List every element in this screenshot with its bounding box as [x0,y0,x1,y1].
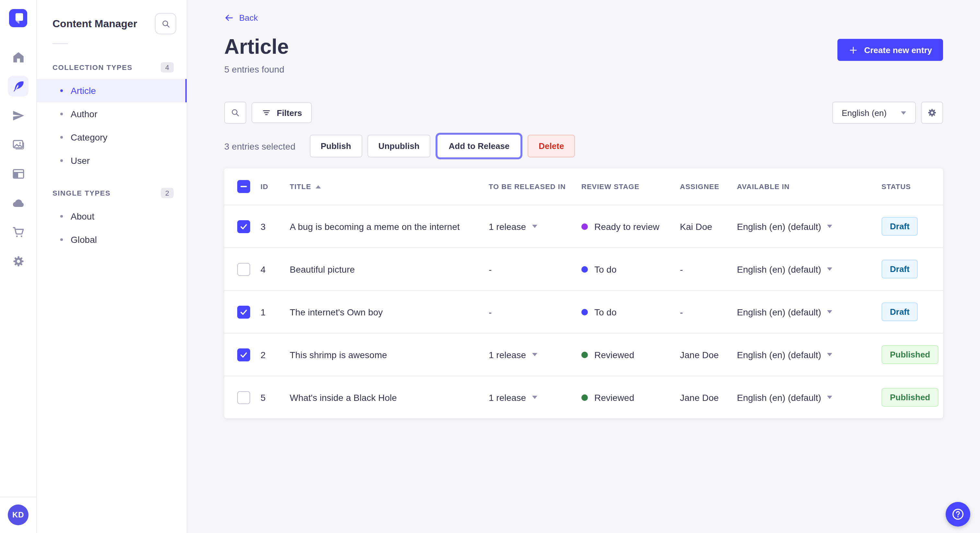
back-link[interactable]: Back [224,13,258,23]
bullet-icon [60,238,63,241]
row-checkbox[interactable] [237,391,250,404]
sidebar-item-user[interactable]: User [37,149,187,172]
sidebar: Content Manager COLLECTION TYPES 4 Artic… [37,0,187,533]
sidebar-section-header: COLLECTION TYPES 4 [37,56,187,79]
row-release-dropdown[interactable]: 1 release [489,392,581,403]
add-to-release-button[interactable]: Add to Release [438,135,520,157]
row-assignee: Kai Doe [680,221,737,232]
chevron-down-icon [532,225,537,228]
avatar[interactable]: KD [8,504,29,525]
row-assignee: Jane Doe [680,349,737,360]
filters-button[interactable]: Filters [251,102,312,123]
publish-button[interactable]: Publish [310,135,362,157]
feather-icon[interactable] [8,76,29,97]
question-mark-icon [951,507,965,521]
row-title: The internet's Own boy [290,307,489,317]
chevron-down-icon [532,353,537,356]
chevron-down-icon [827,396,832,399]
locale-select[interactable]: English (en) [832,102,916,124]
row-checkbox[interactable] [237,305,250,318]
sidebar-item-about[interactable]: About [37,205,187,228]
sidebar-item-author[interactable]: Author [37,102,187,125]
chevron-down-icon [827,353,832,356]
sort-asc-icon [316,185,321,188]
filter-icon [261,108,272,118]
search-entries-button[interactable] [224,102,246,124]
table-row: 3 A bug is becoming a meme on the intern… [224,205,943,247]
stage-dot-icon [581,266,588,272]
stage-dot-icon [581,309,588,315]
create-new-entry-button[interactable]: Create new entry [837,39,943,61]
sidebar-item-global[interactable]: Global [37,228,187,251]
chevron-down-icon [901,111,906,114]
table-body: 3 A bug is becoming a meme on the intern… [224,205,943,418]
row-release-dropdown[interactable]: - [489,307,581,317]
unpublish-button[interactable]: Unpublish [367,135,430,157]
section-count-badge: 2 [161,188,174,198]
stage-dot-icon [581,223,588,230]
row-review-stage: To do [581,307,680,317]
nav-rail-items [8,47,29,271]
paper-plane-icon[interactable] [8,105,29,125]
column-header-status: STATUS [881,182,930,190]
chevron-down-icon [827,310,832,314]
stage-dot-icon [581,394,588,401]
table-row: 1 The internet's Own boy - To do - Engli… [224,290,943,333]
row-locale-dropdown[interactable]: English (en) (default) [737,392,881,403]
bullet-icon [60,136,63,139]
app-root: KD Content Manager COLLECTION TYPES 4 Ar… [0,0,980,533]
row-review-stage: Reviewed [581,392,680,403]
column-header-id: ID [261,182,290,190]
row-release-dropdown[interactable]: 1 release [489,349,581,360]
home-icon[interactable] [8,47,29,67]
selection-count: 3 entries selected [224,141,295,151]
row-locale-dropdown[interactable]: English (en) (default) [737,264,881,274]
table-header-row: ID TITLE TO BE RELEASED IN REVIEW STAGE … [224,168,943,205]
bullet-icon [60,159,63,162]
entries-count: 5 entries found [224,64,289,75]
sidebar-search-button[interactable] [155,13,176,34]
sidebar-divider [52,43,68,44]
row-title: What's inside a Black Hole [290,392,489,403]
strapi-logo[interactable] [9,9,27,27]
row-id: 3 [261,221,290,232]
row-id: 2 [261,349,290,360]
delete-button[interactable]: Delete [528,135,575,157]
layout-icon[interactable] [8,163,29,184]
cloud-icon[interactable] [8,192,29,213]
gear-icon[interactable] [8,251,29,271]
row-locale-dropdown[interactable]: English (en) (default) [737,349,881,360]
status-badge: Draft [881,260,918,279]
table-row: 5 What's inside a Black Hole 1 release R… [224,376,943,418]
search-icon [230,108,240,118]
status-badge: Draft [881,217,918,236]
sidebar-item-article[interactable]: Article [37,79,187,102]
row-locale-dropdown[interactable]: English (en) (default) [737,221,881,232]
sidebar-section-header: SINGLE TYPES 2 [37,181,187,205]
nav-rail: KD [0,0,37,533]
section-count-badge: 4 [161,62,174,73]
column-header-available-in: AVAILABLE IN [737,182,881,190]
row-release-dropdown[interactable]: - [489,264,581,274]
row-checkbox[interactable] [237,220,250,233]
row-assignee: - [680,307,737,317]
select-all-checkbox[interactable] [237,180,250,193]
row-title: Beautiful picture [290,264,489,274]
media-icon[interactable] [8,134,29,155]
help-button[interactable] [946,502,970,527]
row-review-stage: Ready to review [581,221,680,232]
table-row: 4 Beautiful picture - To do - English (e… [224,247,943,290]
check-icon [239,350,248,359]
row-release-dropdown[interactable]: 1 release [489,221,581,232]
main-content: Back Article 5 entries found Create new … [187,0,980,533]
bullet-icon [60,113,63,115]
sidebar-item-category[interactable]: Category [37,125,187,149]
cart-icon[interactable] [8,222,29,242]
view-settings-button[interactable] [921,102,943,124]
row-checkbox[interactable] [237,263,250,276]
row-checkbox[interactable] [237,348,250,361]
row-locale-dropdown[interactable]: English (en) (default) [737,307,881,317]
row-review-stage: Reviewed [581,349,680,360]
sidebar-title: Content Manager [52,18,137,30]
column-header-title[interactable]: TITLE [290,182,489,190]
